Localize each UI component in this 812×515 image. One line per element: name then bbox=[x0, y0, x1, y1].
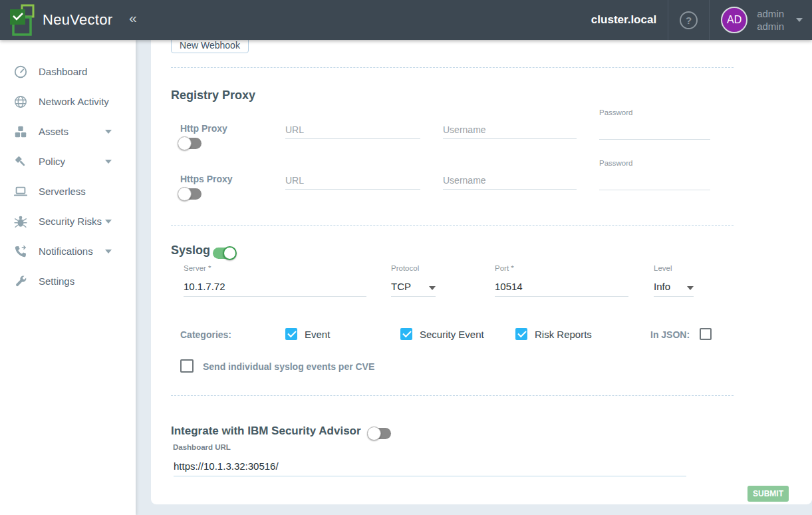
sidebar-item-label: Serverless bbox=[39, 186, 86, 197]
sidebar-item-serverless[interactable]: Serverless bbox=[0, 176, 136, 206]
chevron-down-icon bbox=[105, 220, 112, 224]
laptop-icon bbox=[13, 184, 28, 199]
https-proxy-password-input[interactable] bbox=[599, 172, 710, 190]
category-security-event-checkbox[interactable] bbox=[400, 328, 412, 340]
category-event-checkbox[interactable] bbox=[285, 328, 297, 340]
brand-title: NeuVector bbox=[43, 11, 112, 29]
https-proxy-label: Https Proxy bbox=[180, 174, 233, 184]
http-proxy-label: Http Proxy bbox=[180, 123, 227, 134]
server-label: Server * bbox=[184, 264, 211, 272]
category-security-event-label: Security Event bbox=[420, 329, 484, 340]
cubes-icon bbox=[13, 124, 28, 139]
globe-icon bbox=[13, 94, 28, 109]
protocol-value: TCP bbox=[391, 281, 411, 292]
category-risk-reports-label: Risk Reports bbox=[535, 329, 592, 340]
chevron-down-icon bbox=[105, 130, 112, 134]
in-json-checkbox[interactable] bbox=[700, 328, 712, 340]
dashboard-url-label: Dashboard URL bbox=[173, 443, 231, 451]
sidebar-collapse-button[interactable]: « bbox=[129, 10, 137, 26]
top-navbar: NeuVector « cluster.local ? AD admin adm… bbox=[0, 0, 812, 40]
submit-button[interactable]: SUBMIT bbox=[747, 486, 789, 502]
chevron-down-icon[interactable] bbox=[796, 18, 803, 22]
cve-per-event-checkbox[interactable] bbox=[180, 359, 194, 373]
section-divider bbox=[171, 395, 734, 396]
https-proxy-password-label: Password bbox=[599, 159, 633, 167]
chevron-down-icon bbox=[105, 160, 112, 164]
cluster-name: cluster.local bbox=[591, 13, 656, 27]
registry-proxy-title: Registry Proxy bbox=[171, 88, 255, 102]
user-name: admin bbox=[757, 7, 784, 20]
header-divider bbox=[668, 0, 668, 40]
section-divider bbox=[171, 225, 734, 226]
http-proxy-toggle[interactable] bbox=[178, 136, 203, 150]
ibm-advisor-title: Integrate with IBM Security Advisor bbox=[171, 425, 361, 438]
level-value: Info bbox=[654, 281, 670, 292]
gauge-icon bbox=[13, 65, 28, 79]
sidebar-item-policy[interactable]: Policy bbox=[0, 146, 136, 176]
neuvector-logo-icon bbox=[8, 3, 39, 37]
chevron-down-icon bbox=[687, 286, 694, 290]
port-label: Port * bbox=[495, 264, 514, 272]
categories-label: Categories: bbox=[180, 329, 231, 340]
http-proxy-username-input[interactable] bbox=[443, 120, 577, 139]
section-divider bbox=[171, 67, 734, 68]
syslog-toggle[interactable] bbox=[211, 246, 237, 260]
dashboard-url-input[interactable] bbox=[174, 456, 686, 476]
in-json-label: In JSON: bbox=[650, 329, 690, 340]
bug-icon bbox=[13, 214, 28, 229]
header-divider bbox=[709, 0, 710, 40]
sidebar: Dashboard Network Activity Assets Policy… bbox=[0, 40, 136, 515]
server-input[interactable] bbox=[184, 277, 366, 297]
phone-icon bbox=[13, 244, 28, 259]
sidebar-item-label: Notifications bbox=[39, 246, 93, 257]
https-proxy-username-input[interactable] bbox=[443, 171, 577, 190]
http-proxy-url-input[interactable] bbox=[285, 120, 420, 139]
chevron-down-icon bbox=[429, 286, 436, 290]
sidebar-item-label: Policy bbox=[39, 156, 65, 167]
protocol-select[interactable]: TCP bbox=[391, 277, 436, 297]
category-risk-reports-checkbox[interactable] bbox=[515, 328, 527, 340]
wrench-icon bbox=[13, 274, 28, 289]
level-label: Level bbox=[654, 264, 672, 272]
user-menu[interactable]: admin admin bbox=[757, 7, 784, 33]
cve-per-event-label: Send individual syslog events per CVE bbox=[203, 361, 374, 372]
http-proxy-password-input[interactable] bbox=[599, 121, 710, 140]
sidebar-item-label: Dashboard bbox=[39, 66, 87, 77]
help-icon[interactable]: ? bbox=[680, 11, 698, 29]
user-role: admin bbox=[757, 20, 784, 33]
category-event-label: Event bbox=[305, 329, 330, 340]
settings-panel: New Webhook Registry Proxy Http Proxy Pa… bbox=[151, 40, 812, 504]
sidebar-item-label: Settings bbox=[39, 275, 74, 287]
sidebar-item-notifications[interactable]: Notifications bbox=[0, 236, 136, 266]
sidebar-item-label: Security Risks bbox=[39, 216, 102, 227]
chevron-down-icon bbox=[105, 250, 112, 254]
http-proxy-password-label: Password bbox=[599, 108, 633, 116]
https-proxy-url-input[interactable] bbox=[285, 171, 420, 190]
sidebar-item-label: Network Activity bbox=[39, 96, 109, 107]
syslog-title: Syslog bbox=[171, 244, 210, 258]
sidebar-item-assets[interactable]: Assets bbox=[0, 116, 136, 146]
ibm-advisor-toggle[interactable] bbox=[367, 427, 392, 440]
sidebar-item-security-risks[interactable]: Security Risks bbox=[0, 206, 136, 236]
sidebar-item-network-activity[interactable]: Network Activity bbox=[0, 86, 136, 116]
https-proxy-toggle[interactable] bbox=[178, 187, 203, 201]
level-select[interactable]: Info bbox=[654, 277, 694, 297]
protocol-label: Protocol bbox=[391, 264, 419, 272]
gavel-icon bbox=[13, 154, 28, 169]
sidebar-item-settings[interactable]: Settings bbox=[0, 266, 136, 296]
avatar[interactable]: AD bbox=[721, 7, 747, 33]
sidebar-item-dashboard[interactable]: Dashboard bbox=[0, 57, 136, 86]
sidebar-item-label: Assets bbox=[39, 126, 68, 137]
new-webhook-button[interactable]: New Webhook bbox=[171, 40, 249, 53]
port-input[interactable] bbox=[495, 277, 628, 297]
